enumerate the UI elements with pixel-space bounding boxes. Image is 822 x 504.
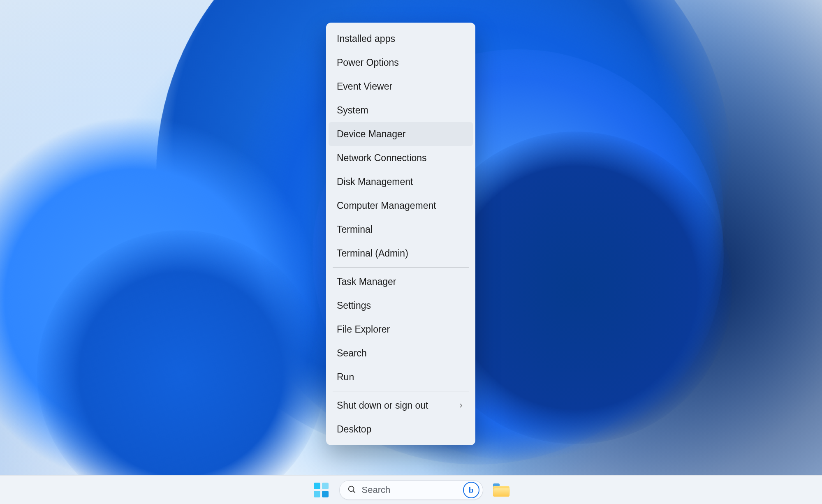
menu-item-power-options[interactable]: Power Options [329,51,473,74]
menu-item-label: Power Options [337,57,399,68]
menu-item-computer-management[interactable]: Computer Management [329,194,473,217]
taskbar-item-file-explorer[interactable] [490,479,513,502]
menu-item-network-connections[interactable]: Network Connections [329,146,473,170]
menu-item-device-manager[interactable]: Device Manager [329,122,473,146]
menu-item-label: Computer Management [337,200,436,211]
taskbar-search[interactable]: Search b [339,480,483,500]
menu-item-event-viewer[interactable]: Event Viewer [329,74,473,98]
search-placeholder: Search [362,485,457,495]
file-explorer-icon [493,483,509,497]
chevron-right-icon [458,400,464,411]
menu-item-terminal-admin[interactable]: Terminal (Admin) [329,241,473,265]
menu-item-label: Terminal [337,224,373,235]
menu-item-label: Device Manager [337,129,405,140]
menu-item-shut-down-or-sign-out[interactable]: Shut down or sign out [329,393,473,417]
menu-item-task-manager[interactable]: Task Manager [329,270,473,294]
menu-item-label: Terminal (Admin) [337,248,408,259]
menu-item-installed-apps[interactable]: Installed apps [329,27,473,51]
taskbar: Search b [0,475,822,504]
menu-item-label: Run [337,372,354,383]
menu-item-run[interactable]: Run [329,365,473,389]
windows-logo-icon [314,483,329,497]
menu-item-label: Desktop [337,424,371,435]
svg-point-0 [348,486,354,491]
menu-item-label: System [337,105,368,116]
quick-link-menu: Installed apps Power Options Event Viewe… [326,23,475,445]
menu-item-label: Shut down or sign out [337,400,428,411]
menu-item-label: Installed apps [337,33,395,44]
menu-item-settings[interactable]: Settings [329,294,473,317]
menu-item-label: Task Manager [337,276,396,287]
menu-item-label: Event Viewer [337,81,392,92]
menu-item-search[interactable]: Search [329,341,473,365]
menu-separator [333,391,469,391]
start-button[interactable] [310,479,333,502]
menu-separator [333,267,469,268]
menu-item-label: Disk Management [337,176,413,187]
menu-item-terminal[interactable]: Terminal [329,217,473,241]
search-icon [347,485,356,495]
menu-item-disk-management[interactable]: Disk Management [329,170,473,194]
menu-item-label: File Explorer [337,324,390,335]
bing-icon[interactable]: b [463,482,479,498]
menu-item-label: Network Connections [337,153,427,164]
svg-line-1 [353,491,355,492]
menu-item-file-explorer[interactable]: File Explorer [329,317,473,341]
menu-item-label: Settings [337,300,371,311]
menu-item-system[interactable]: System [329,98,473,122]
menu-item-desktop[interactable]: Desktop [329,417,473,441]
menu-item-label: Search [337,348,367,359]
